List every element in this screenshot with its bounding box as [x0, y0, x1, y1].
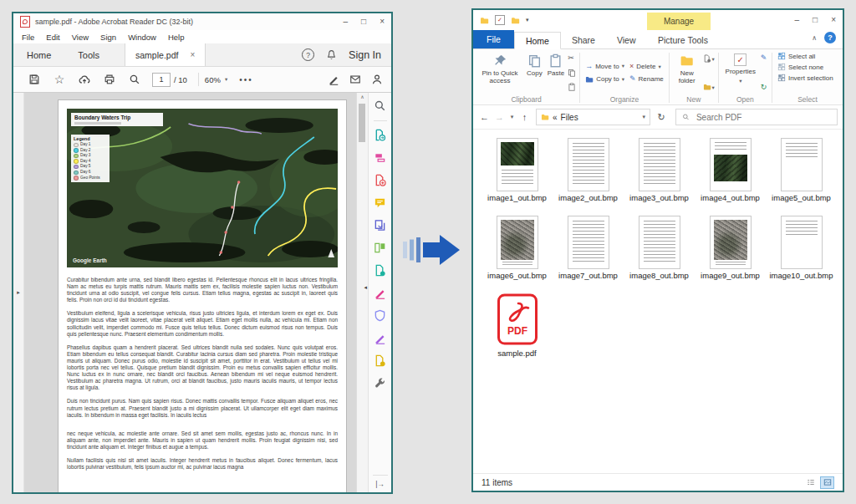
comment-tool[interactable]: [374, 196, 387, 209]
stamp-tool[interactable]: [374, 354, 387, 367]
properties-button[interactable]: ✓ Properties ▾: [721, 52, 760, 94]
minimize-icon[interactable]: –: [344, 18, 349, 26]
save-icon[interactable]: [22, 74, 47, 85]
move-to-button[interactable]: → Move to ▾: [585, 63, 624, 70]
customize-toolbar-chevron-icon[interactable]: ▾: [526, 17, 529, 23]
account-icon[interactable]: [371, 74, 383, 85]
print-icon[interactable]: [97, 74, 122, 85]
search-tool[interactable]: [374, 97, 387, 121]
tab-tools[interactable]: Tools: [64, 43, 113, 66]
fill-sign-tool[interactable]: [374, 286, 387, 299]
tab-view[interactable]: View: [606, 31, 647, 48]
share-cloud-icon[interactable]: [72, 74, 97, 85]
cut-icon[interactable]: ✂: [568, 54, 576, 62]
file-item[interactable]: image6_out.bmp: [482, 216, 553, 293]
send-mail-icon[interactable]: [349, 74, 361, 85]
folder-icon[interactable]: [480, 16, 489, 25]
file-item[interactable]: image9_out.bmp: [695, 216, 766, 293]
breadcrumb[interactable]: « Files ▾: [536, 109, 650, 125]
tab-file[interactable]: File: [473, 30, 514, 48]
rename-button[interactable]: ✎ Rename: [629, 75, 664, 83]
search-input[interactable]: [695, 112, 831, 123]
breadcrumb-chevron-icon[interactable]: ▾: [642, 114, 645, 120]
collapse-tools-pane-icon[interactable]: ◂: [364, 284, 367, 291]
zoom-level-dropdown[interactable]: 60% ▾: [205, 75, 227, 84]
close-document-icon[interactable]: ×: [190, 50, 195, 59]
collapse-ribbon-icon[interactable]: ∧: [812, 34, 817, 42]
tab-home[interactable]: Home: [13, 43, 64, 66]
file-item[interactable]: PDF sample.pdf: [482, 293, 553, 371]
edit-pdf-tool[interactable]: [374, 150, 387, 164]
select-none-button[interactable]: Select none: [777, 63, 838, 71]
menu-item[interactable]: Window: [128, 33, 156, 42]
refresh-icon[interactable]: ↻: [653, 112, 670, 123]
zoom-out-icon[interactable]: [122, 74, 147, 85]
menu-item[interactable]: View: [72, 33, 89, 42]
maximize-icon[interactable]: □: [813, 16, 818, 24]
new-folder-qat-icon[interactable]: [511, 16, 520, 25]
file-item[interactable]: image2_out.bmp: [553, 138, 624, 216]
more-tools-icon[interactable]: •••: [239, 75, 253, 84]
menu-item[interactable]: Edit: [46, 33, 59, 42]
close-icon[interactable]: ×: [380, 18, 385, 26]
menu-item[interactable]: File: [22, 33, 34, 42]
menu-item[interactable]: Help: [168, 33, 185, 42]
tab-share[interactable]: Share: [561, 31, 606, 48]
scrollbar-thumb[interactable]: [359, 104, 365, 142]
minimize-icon[interactable]: –: [795, 16, 800, 24]
pin-to-quick-access-button[interactable]: Pin to Quick access: [476, 52, 524, 94]
fill-sign-pen-icon[interactable]: [328, 74, 339, 85]
edit-button[interactable]: ✎: [761, 54, 767, 62]
favorite-star-icon[interactable]: ☆: [47, 74, 72, 85]
sign-in-button[interactable]: Sign In: [349, 49, 381, 61]
combine-files-tool[interactable]: [374, 218, 387, 232]
certificates-tool[interactable]: [374, 331, 387, 344]
tab-picture-tools[interactable]: Picture Tools: [647, 31, 719, 48]
new-item-button[interactable]: ▾: [703, 54, 715, 63]
recent-locations-chevron-icon[interactable]: ▾: [508, 114, 516, 120]
copy-path-icon[interactable]: [568, 69, 576, 77]
delete-button[interactable]: × Delete ▾: [629, 63, 664, 70]
properties-check-icon[interactable]: ✓: [495, 15, 505, 25]
organize-pages-tool[interactable]: [374, 241, 387, 254]
history-button[interactable]: ↻: [761, 84, 767, 91]
help-icon[interactable]: ?: [824, 32, 836, 43]
close-icon[interactable]: ×: [831, 16, 836, 24]
page-number-input[interactable]: 1: [152, 73, 171, 87]
breadcrumb-collapsed-icon[interactable]: «: [553, 113, 558, 122]
maximize-icon[interactable]: □: [361, 18, 366, 26]
compress-pdf-tool[interactable]: [374, 263, 387, 277]
export-pdf-tool[interactable]: [374, 128, 387, 141]
paste-button[interactable]: Paste: [545, 52, 567, 94]
file-item[interactable]: image1_out.bmp: [482, 138, 553, 216]
breadcrumb-folder-label[interactable]: Files: [561, 113, 578, 122]
file-item[interactable]: image5_out.bmp: [766, 138, 837, 216]
scroll-up-icon[interactable]: ∧: [357, 94, 368, 99]
create-pdf-tool[interactable]: [374, 173, 387, 186]
easy-access-button[interactable]: ▾: [703, 83, 715, 91]
notifications-bell-icon[interactable]: [326, 49, 337, 60]
back-icon[interactable]: ←: [478, 112, 491, 122]
copy-button[interactable]: Copy: [524, 52, 545, 94]
vertical-scrollbar[interactable]: ∧: [356, 93, 368, 492]
more-tools[interactable]: [374, 376, 387, 389]
left-pane-handle[interactable]: ▸: [13, 93, 24, 492]
thumbnail-view-button[interactable]: [820, 476, 834, 489]
document-tab[interactable]: sample.pdf ×: [125, 43, 206, 66]
file-item[interactable]: image4_out.bmp: [695, 138, 766, 216]
select-all-button[interactable]: Select all: [777, 52, 838, 60]
tab-home[interactable]: Home: [514, 32, 561, 49]
new-folder-button[interactable]: New folder: [672, 52, 702, 94]
search-box[interactable]: [675, 109, 838, 125]
manage-contextual-tab[interactable]: Manage: [647, 13, 711, 30]
invert-selection-button[interactable]: Invert selection: [777, 74, 838, 82]
details-view-button[interactable]: [803, 476, 818, 489]
up-icon[interactable]: ↑: [518, 112, 531, 122]
menu-item[interactable]: Sign: [100, 33, 116, 42]
file-item[interactable]: image8_out.bmp: [624, 216, 695, 293]
paste-shortcut-icon[interactable]: [568, 83, 576, 91]
expand-tools-pane-icon[interactable]: |→: [373, 475, 388, 488]
file-item[interactable]: image10_out.bmp: [766, 216, 837, 293]
help-icon[interactable]: ?: [302, 48, 314, 61]
copy-to-button[interactable]: Copy to ▾: [585, 75, 624, 84]
